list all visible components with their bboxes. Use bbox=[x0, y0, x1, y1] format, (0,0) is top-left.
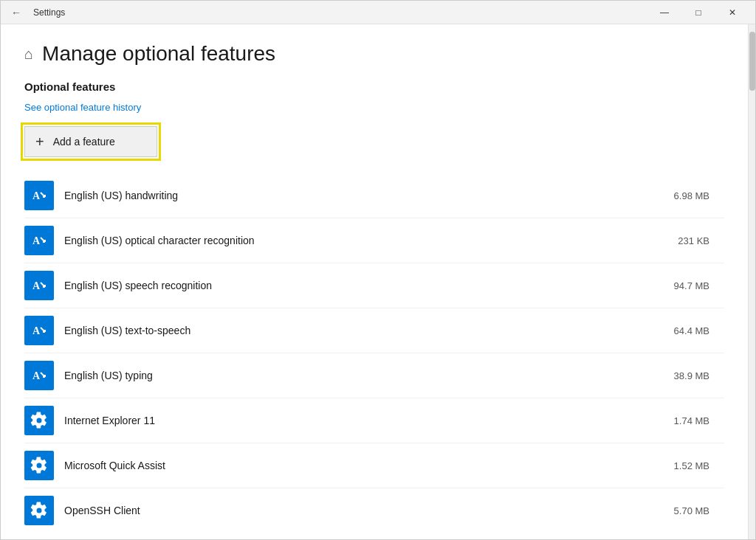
main-area: ⌂ Manage optional features Optional feat… bbox=[1, 24, 755, 540]
feature-item[interactable]: Microsoft Quick Assist1.52 MB bbox=[24, 443, 724, 488]
font-icon: A bbox=[24, 271, 54, 300]
home-icon[interactable]: ⌂ bbox=[24, 46, 33, 63]
feature-size: 231 KB bbox=[665, 235, 724, 246]
feature-name: Microsoft Quick Assist bbox=[64, 460, 165, 471]
close-button[interactable]: ✕ bbox=[715, 1, 749, 24]
scrollbar-thumb[interactable] bbox=[749, 32, 755, 91]
scrollbar[interactable] bbox=[748, 24, 755, 540]
feature-size: 38.9 MB bbox=[665, 370, 724, 381]
plus-icon: + bbox=[35, 134, 44, 149]
feature-item[interactable]: OpenSSH Client5.70 MB bbox=[24, 488, 724, 533]
gear-icon bbox=[24, 406, 54, 435]
feature-size: 64.4 MB bbox=[665, 325, 724, 336]
restore-button[interactable]: □ bbox=[681, 1, 715, 24]
feature-name: English (US) text-to-speech bbox=[64, 325, 190, 336]
minimize-button[interactable]: — bbox=[647, 1, 681, 24]
feature-list: A English (US) handwriting6.98 MB A Engl… bbox=[24, 173, 724, 533]
page-title: Manage optional features bbox=[42, 42, 275, 66]
feature-name: English (US) speech recognition bbox=[64, 280, 212, 291]
svg-text:A: A bbox=[32, 280, 41, 291]
feature-item[interactable]: A English (US) handwriting6.98 MB bbox=[24, 173, 724, 218]
optional-history-link[interactable]: See optional feature history bbox=[24, 102, 141, 113]
svg-text:A: A bbox=[32, 325, 41, 336]
svg-text:A: A bbox=[32, 190, 41, 201]
feature-item[interactable]: A English (US) text-to-speech64.4 MB bbox=[24, 308, 724, 353]
gear-icon bbox=[24, 496, 54, 525]
feature-size: 94.7 MB bbox=[665, 280, 724, 291]
font-icon: A bbox=[24, 226, 54, 255]
feature-name: English (US) typing bbox=[64, 370, 153, 381]
feature-name: English (US) optical character recogniti… bbox=[64, 235, 255, 246]
gear-icon bbox=[24, 451, 54, 480]
feature-item[interactable]: Internet Explorer 111.74 MB bbox=[24, 398, 724, 443]
feature-name: OpenSSH Client bbox=[64, 505, 140, 516]
titlebar: ← Settings — □ ✕ bbox=[1, 1, 755, 24]
feature-item[interactable]: A English (US) speech recognition94.7 MB bbox=[24, 263, 724, 308]
add-feature-button[interactable]: + Add a feature bbox=[24, 126, 157, 157]
feature-name: Internet Explorer 11 bbox=[64, 415, 155, 426]
feature-name: English (US) handwriting bbox=[64, 190, 178, 201]
font-icon: A bbox=[24, 181, 54, 210]
add-feature-label: Add a feature bbox=[53, 136, 115, 148]
section-title: Optional features bbox=[24, 80, 724, 93]
page-header: ⌂ Manage optional features bbox=[24, 42, 724, 66]
font-icon: A bbox=[24, 361, 54, 390]
font-icon: A bbox=[24, 316, 54, 345]
feature-size: 6.98 MB bbox=[665, 190, 724, 201]
svg-text:A: A bbox=[32, 235, 41, 246]
feature-size: 1.74 MB bbox=[665, 415, 724, 426]
titlebar-title: Settings bbox=[33, 7, 647, 18]
feature-item[interactable]: A English (US) typing38.9 MB bbox=[24, 353, 724, 398]
feature-size: 5.70 MB bbox=[665, 505, 724, 516]
window-controls: — □ ✕ bbox=[647, 1, 749, 24]
feature-size: 1.52 MB bbox=[665, 460, 724, 471]
back-button[interactable]: ← bbox=[7, 5, 26, 20]
svg-text:A: A bbox=[32, 370, 41, 381]
feature-item[interactable]: A English (US) optical character recogni… bbox=[24, 218, 724, 263]
content-area: ⌂ Manage optional features Optional feat… bbox=[1, 24, 748, 540]
